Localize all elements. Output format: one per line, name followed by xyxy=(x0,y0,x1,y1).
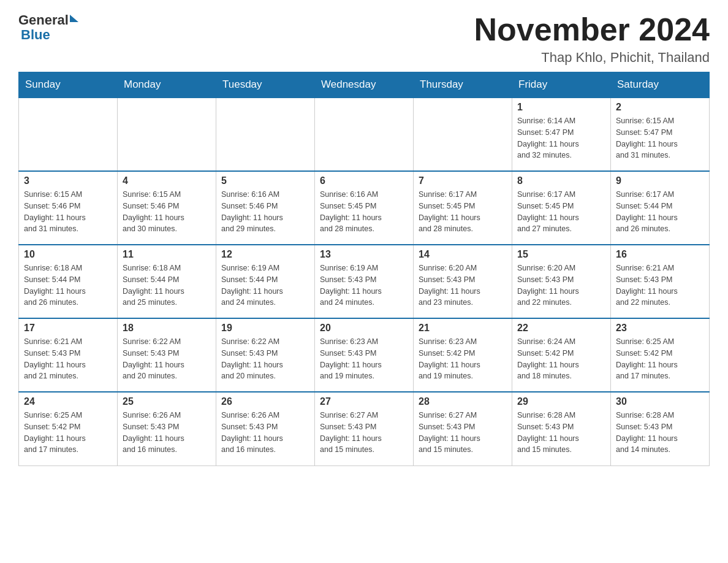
calendar-day-cell: 30Sunrise: 6:28 AM Sunset: 5:43 PM Dayli… xyxy=(611,392,710,465)
calendar-day-cell: 20Sunrise: 6:23 AM Sunset: 5:43 PM Dayli… xyxy=(315,318,414,392)
calendar-empty-cell xyxy=(216,98,315,171)
calendar-table: SundayMondayTuesdayWednesdayThursdayFrid… xyxy=(18,72,710,466)
day-number: 12 xyxy=(221,249,309,260)
day-info: Sunrise: 6:18 AM Sunset: 5:44 PM Dayligh… xyxy=(123,262,211,308)
day-info: Sunrise: 6:26 AM Sunset: 5:43 PM Dayligh… xyxy=(123,410,211,456)
calendar-week-row: 3Sunrise: 6:15 AM Sunset: 5:46 PM Daylig… xyxy=(19,171,710,245)
day-info: Sunrise: 6:20 AM Sunset: 5:43 PM Dayligh… xyxy=(419,262,507,308)
day-number: 19 xyxy=(221,323,309,334)
day-info: Sunrise: 6:26 AM Sunset: 5:43 PM Dayligh… xyxy=(221,410,309,456)
calendar-day-cell: 11Sunrise: 6:18 AM Sunset: 5:44 PM Dayli… xyxy=(118,245,216,318)
location-subtitle: Thap Khlo, Phichit, Thailand xyxy=(474,50,710,66)
day-number: 4 xyxy=(123,175,211,186)
day-info: Sunrise: 6:17 AM Sunset: 5:45 PM Dayligh… xyxy=(517,189,605,235)
weekday-header-sunday: Sunday xyxy=(19,72,118,98)
day-info: Sunrise: 6:22 AM Sunset: 5:43 PM Dayligh… xyxy=(123,336,211,382)
day-info: Sunrise: 6:25 AM Sunset: 5:42 PM Dayligh… xyxy=(616,336,704,382)
calendar-day-cell: 5Sunrise: 6:16 AM Sunset: 5:46 PM Daylig… xyxy=(216,171,315,245)
day-info: Sunrise: 6:24 AM Sunset: 5:42 PM Dayligh… xyxy=(517,336,605,382)
day-number: 13 xyxy=(320,249,408,260)
day-info: Sunrise: 6:21 AM Sunset: 5:43 PM Dayligh… xyxy=(616,262,704,308)
calendar-day-cell: 1Sunrise: 6:14 AM Sunset: 5:47 PM Daylig… xyxy=(512,98,611,171)
day-number: 28 xyxy=(419,396,507,407)
calendar-day-cell: 18Sunrise: 6:22 AM Sunset: 5:43 PM Dayli… xyxy=(118,318,216,392)
calendar-day-cell: 26Sunrise: 6:26 AM Sunset: 5:43 PM Dayli… xyxy=(216,392,315,465)
calendar-day-cell: 28Sunrise: 6:27 AM Sunset: 5:43 PM Dayli… xyxy=(414,392,512,465)
calendar-day-cell: 8Sunrise: 6:17 AM Sunset: 5:45 PM Daylig… xyxy=(512,171,611,245)
page-header: General Blue November 2024 Thap Khlo, Ph… xyxy=(18,12,710,66)
day-number: 26 xyxy=(221,396,309,407)
day-info: Sunrise: 6:20 AM Sunset: 5:43 PM Dayligh… xyxy=(517,262,605,308)
calendar-day-cell: 25Sunrise: 6:26 AM Sunset: 5:43 PM Dayli… xyxy=(118,392,216,465)
day-info: Sunrise: 6:15 AM Sunset: 5:46 PM Dayligh… xyxy=(123,189,211,235)
logo: General Blue xyxy=(18,12,78,43)
day-number: 30 xyxy=(616,396,704,407)
day-info: Sunrise: 6:23 AM Sunset: 5:42 PM Dayligh… xyxy=(419,336,507,382)
day-info: Sunrise: 6:14 AM Sunset: 5:47 PM Dayligh… xyxy=(517,115,605,161)
day-number: 25 xyxy=(123,396,211,407)
month-title: November 2024 xyxy=(474,12,710,47)
calendar-header-row: SundayMondayTuesdayWednesdayThursdayFrid… xyxy=(19,72,710,98)
title-section: November 2024 Thap Khlo, Phichit, Thaila… xyxy=(474,12,710,66)
calendar-week-row: 24Sunrise: 6:25 AM Sunset: 5:42 PM Dayli… xyxy=(19,392,710,465)
calendar-day-cell: 9Sunrise: 6:17 AM Sunset: 5:44 PM Daylig… xyxy=(611,171,710,245)
weekday-header-tuesday: Tuesday xyxy=(216,72,315,98)
day-number: 1 xyxy=(517,102,605,113)
calendar-day-cell: 24Sunrise: 6:25 AM Sunset: 5:42 PM Dayli… xyxy=(19,392,118,465)
day-number: 7 xyxy=(419,175,507,186)
calendar-day-cell: 14Sunrise: 6:20 AM Sunset: 5:43 PM Dayli… xyxy=(414,245,512,318)
day-number: 9 xyxy=(616,175,704,186)
day-info: Sunrise: 6:19 AM Sunset: 5:43 PM Dayligh… xyxy=(320,262,408,308)
calendar-day-cell: 16Sunrise: 6:21 AM Sunset: 5:43 PM Dayli… xyxy=(611,245,710,318)
day-info: Sunrise: 6:17 AM Sunset: 5:44 PM Dayligh… xyxy=(616,189,704,235)
calendar-week-row: 17Sunrise: 6:21 AM Sunset: 5:43 PM Dayli… xyxy=(19,318,710,392)
day-info: Sunrise: 6:16 AM Sunset: 5:46 PM Dayligh… xyxy=(221,189,309,235)
day-number: 21 xyxy=(419,323,507,334)
calendar-day-cell: 19Sunrise: 6:22 AM Sunset: 5:43 PM Dayli… xyxy=(216,318,315,392)
day-number: 16 xyxy=(616,249,704,260)
calendar-day-cell: 15Sunrise: 6:20 AM Sunset: 5:43 PM Dayli… xyxy=(512,245,611,318)
day-info: Sunrise: 6:15 AM Sunset: 5:47 PM Dayligh… xyxy=(616,115,704,161)
day-info: Sunrise: 6:27 AM Sunset: 5:43 PM Dayligh… xyxy=(419,410,507,456)
day-info: Sunrise: 6:28 AM Sunset: 5:43 PM Dayligh… xyxy=(517,410,605,456)
calendar-day-cell: 12Sunrise: 6:19 AM Sunset: 5:44 PM Dayli… xyxy=(216,245,315,318)
calendar-empty-cell xyxy=(414,98,512,171)
calendar-day-cell: 22Sunrise: 6:24 AM Sunset: 5:42 PM Dayli… xyxy=(512,318,611,392)
calendar-day-cell: 27Sunrise: 6:27 AM Sunset: 5:43 PM Dayli… xyxy=(315,392,414,465)
day-info: Sunrise: 6:27 AM Sunset: 5:43 PM Dayligh… xyxy=(320,410,408,456)
weekday-header-wednesday: Wednesday xyxy=(315,72,414,98)
day-number: 17 xyxy=(24,323,112,334)
day-number: 10 xyxy=(24,249,112,260)
calendar-day-cell: 23Sunrise: 6:25 AM Sunset: 5:42 PM Dayli… xyxy=(611,318,710,392)
calendar-empty-cell xyxy=(118,98,216,171)
calendar-day-cell: 2Sunrise: 6:15 AM Sunset: 5:47 PM Daylig… xyxy=(611,98,710,171)
calendar-day-cell: 21Sunrise: 6:23 AM Sunset: 5:42 PM Dayli… xyxy=(414,318,512,392)
calendar-day-cell: 29Sunrise: 6:28 AM Sunset: 5:43 PM Dayli… xyxy=(512,392,611,465)
day-number: 20 xyxy=(320,323,408,334)
calendar-empty-cell xyxy=(19,98,118,171)
day-number: 2 xyxy=(616,102,704,113)
calendar-week-row: 10Sunrise: 6:18 AM Sunset: 5:44 PM Dayli… xyxy=(19,245,710,318)
day-number: 23 xyxy=(616,323,704,334)
day-number: 11 xyxy=(123,249,211,260)
day-info: Sunrise: 6:21 AM Sunset: 5:43 PM Dayligh… xyxy=(24,336,112,382)
day-info: Sunrise: 6:25 AM Sunset: 5:42 PM Dayligh… xyxy=(24,410,112,456)
day-info: Sunrise: 6:18 AM Sunset: 5:44 PM Dayligh… xyxy=(24,262,112,308)
day-info: Sunrise: 6:17 AM Sunset: 5:45 PM Dayligh… xyxy=(419,189,507,235)
day-number: 24 xyxy=(24,396,112,407)
weekday-header-saturday: Saturday xyxy=(611,72,710,98)
logo-arrow-icon xyxy=(70,15,78,22)
logo-general-text: General xyxy=(18,12,69,28)
day-number: 14 xyxy=(419,249,507,260)
calendar-day-cell: 17Sunrise: 6:21 AM Sunset: 5:43 PM Dayli… xyxy=(19,318,118,392)
day-number: 6 xyxy=(320,175,408,186)
calendar-day-cell: 7Sunrise: 6:17 AM Sunset: 5:45 PM Daylig… xyxy=(414,171,512,245)
day-number: 8 xyxy=(517,175,605,186)
day-number: 22 xyxy=(517,323,605,334)
calendar-day-cell: 6Sunrise: 6:16 AM Sunset: 5:45 PM Daylig… xyxy=(315,171,414,245)
weekday-header-monday: Monday xyxy=(118,72,216,98)
day-info: Sunrise: 6:15 AM Sunset: 5:46 PM Dayligh… xyxy=(24,189,112,235)
calendar-day-cell: 3Sunrise: 6:15 AM Sunset: 5:46 PM Daylig… xyxy=(19,171,118,245)
calendar-empty-cell xyxy=(315,98,414,171)
day-info: Sunrise: 6:28 AM Sunset: 5:43 PM Dayligh… xyxy=(616,410,704,456)
